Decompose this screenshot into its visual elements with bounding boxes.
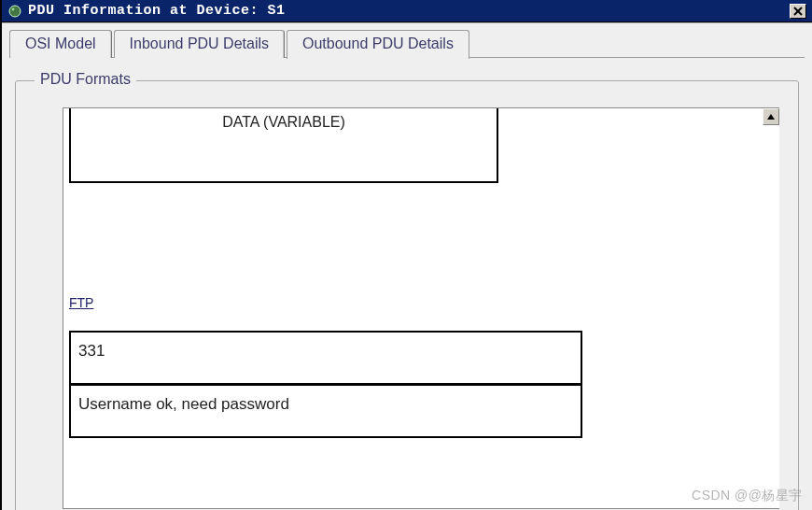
window-title: PDU Information at Device: S1 (28, 3, 286, 19)
scroll-up-button[interactable] (763, 108, 779, 125)
pdu-formats-fieldset: PDU Formats DATA (VARIABLE) FTP 331 User… (15, 80, 799, 510)
titlebar-left: PDU Information at Device: S1 (7, 3, 286, 19)
tab-osi-model[interactable]: OSI Model (9, 30, 112, 58)
pdu-scroll-area: DATA (VARIABLE) FTP 331 Username ok, nee… (63, 107, 779, 509)
data-variable-cell: DATA (VARIABLE) (69, 108, 498, 183)
titlebar: PDU Information at Device: S1 (2, 0, 812, 22)
svg-point-1 (12, 7, 15, 10)
tab-outbound-pdu[interactable]: Outbound PDU Details (287, 30, 469, 59)
tab-inbound-pdu[interactable]: Inbound PDU Details (114, 30, 285, 58)
close-button[interactable] (790, 4, 806, 19)
ftp-section-label: FTP (69, 295, 93, 310)
ftp-message-row: Username ok, need password (71, 383, 581, 436)
app-icon (7, 4, 22, 19)
tab-strip: OSI Model Inbound PDU Details Outbound P… (2, 23, 812, 57)
ftp-code-row: 331 (71, 333, 581, 383)
watermark: CSDN @@杨星宇 (692, 488, 803, 504)
pdu-content: DATA (VARIABLE) FTP 331 Username ok, nee… (63, 108, 761, 508)
client-area: OSI Model Inbound PDU Details Outbound P… (2, 22, 812, 510)
ftp-table: 331 Username ok, need password (69, 331, 582, 438)
app-window: PDU Information at Device: S1 OSI Model … (0, 0, 812, 510)
svg-marker-4 (767, 114, 775, 120)
svg-point-0 (9, 6, 21, 17)
fieldset-legend: PDU Formats (35, 71, 136, 88)
